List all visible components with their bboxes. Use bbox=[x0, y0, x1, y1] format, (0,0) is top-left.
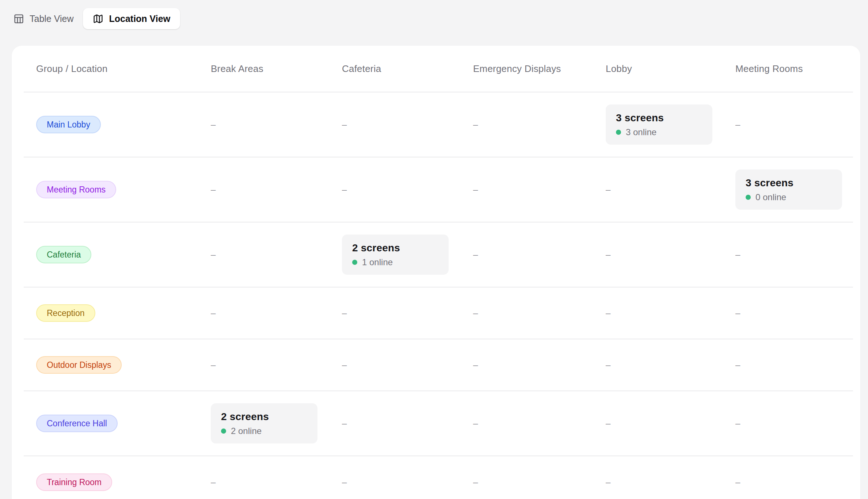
empty-cell: – bbox=[211, 308, 216, 318]
empty-cell: – bbox=[473, 250, 478, 259]
group-badge-main-lobby[interactable]: Main Lobby bbox=[36, 116, 101, 133]
empty-cell: – bbox=[342, 119, 347, 129]
group-badge-conference-hall[interactable]: Conference Hall bbox=[36, 415, 118, 432]
empty-cell: – bbox=[342, 360, 347, 370]
screen-count: 2 screens bbox=[352, 242, 449, 254]
empty-cell: – bbox=[606, 308, 610, 318]
matrix-header-row: Group / Location Break Areas Cafeteria E… bbox=[24, 46, 853, 92]
screen-count-card[interactable]: 3 screens 3 online bbox=[606, 104, 712, 145]
empty-cell: – bbox=[342, 418, 347, 428]
screen-count: 2 screens bbox=[221, 411, 317, 423]
table-row-training-room: Training Room – – – – – bbox=[24, 456, 853, 499]
table-grid-icon bbox=[14, 14, 24, 24]
table-view-button[interactable]: Table View bbox=[14, 8, 73, 29]
group-badge-training-room[interactable]: Training Room bbox=[36, 473, 112, 491]
empty-cell: – bbox=[473, 477, 478, 487]
column-header-lobby: Lobby bbox=[606, 63, 735, 75]
empty-cell: – bbox=[211, 119, 216, 129]
empty-cell: – bbox=[735, 360, 740, 370]
empty-cell: – bbox=[342, 184, 347, 194]
empty-cell: – bbox=[606, 477, 610, 487]
online-count: 1 online bbox=[362, 257, 393, 267]
empty-cell: – bbox=[606, 360, 610, 370]
empty-cell: – bbox=[473, 308, 478, 318]
empty-cell: – bbox=[473, 360, 478, 370]
group-badge-reception[interactable]: Reception bbox=[36, 304, 95, 322]
column-header-meeting-rooms: Meeting Rooms bbox=[735, 63, 853, 75]
table-row-reception: Reception – – – – – bbox=[24, 287, 853, 339]
empty-cell: – bbox=[606, 250, 610, 259]
empty-cell: – bbox=[342, 477, 347, 487]
empty-cell: – bbox=[735, 418, 740, 428]
table-view-label: Table View bbox=[30, 13, 73, 24]
location-view-button[interactable]: Location View bbox=[83, 8, 180, 29]
location-view-label: Location View bbox=[109, 13, 170, 24]
online-status-dot bbox=[352, 260, 357, 265]
empty-cell: – bbox=[211, 184, 216, 194]
screen-count: 3 screens bbox=[746, 177, 842, 189]
group-badge-cafeteria[interactable]: Cafeteria bbox=[36, 246, 91, 263]
online-count: 0 online bbox=[755, 192, 786, 202]
empty-cell: – bbox=[211, 250, 216, 259]
table-row-conference-hall: Conference Hall 2 screens 2 online – – –… bbox=[24, 391, 853, 456]
column-header-break-areas: Break Areas bbox=[211, 63, 342, 75]
screen-count-card[interactable]: 2 screens 1 online bbox=[342, 235, 449, 275]
empty-cell: – bbox=[606, 418, 610, 428]
screen-count-card[interactable]: 2 screens 2 online bbox=[211, 403, 317, 443]
online-status-dot bbox=[221, 428, 226, 434]
group-badge-meeting-rooms[interactable]: Meeting Rooms bbox=[36, 181, 116, 198]
empty-cell: – bbox=[473, 184, 478, 194]
online-status-dot bbox=[746, 195, 751, 200]
empty-cell: – bbox=[473, 119, 478, 129]
empty-cell: – bbox=[735, 308, 740, 318]
table-row-outdoor-displays: Outdoor Displays – – – – – bbox=[24, 339, 853, 391]
screen-count: 3 screens bbox=[616, 112, 712, 124]
column-header-emergency-displays: Emergency Displays bbox=[473, 63, 606, 75]
empty-cell: – bbox=[211, 360, 216, 370]
online-count: 2 online bbox=[231, 426, 262, 436]
group-badge-outdoor-displays[interactable]: Outdoor Displays bbox=[36, 356, 122, 374]
table-row-cafeteria: Cafeteria – 2 screens 1 online – – – bbox=[24, 222, 853, 287]
map-icon bbox=[93, 14, 103, 24]
column-header-group-location: Group / Location bbox=[24, 63, 211, 75]
empty-cell: – bbox=[735, 119, 740, 129]
location-matrix-card: Group / Location Break Areas Cafeteria E… bbox=[12, 46, 860, 499]
column-header-cafeteria: Cafeteria bbox=[342, 63, 473, 75]
empty-cell: – bbox=[606, 184, 610, 194]
empty-cell: – bbox=[735, 250, 740, 259]
view-toggle: Table View Location View bbox=[14, 8, 180, 29]
empty-cell: – bbox=[342, 308, 347, 318]
table-row-meeting-rooms: Meeting Rooms – – – – 3 screens 0 online bbox=[24, 157, 853, 222]
table-row-main-lobby: Main Lobby – – – 3 screens 3 online – bbox=[24, 92, 853, 157]
screen-count-card[interactable]: 3 screens 0 online bbox=[735, 169, 842, 210]
empty-cell: – bbox=[735, 477, 740, 487]
empty-cell: – bbox=[473, 418, 478, 428]
online-status-dot bbox=[616, 130, 621, 135]
empty-cell: – bbox=[211, 477, 216, 487]
online-count: 3 online bbox=[626, 127, 656, 137]
